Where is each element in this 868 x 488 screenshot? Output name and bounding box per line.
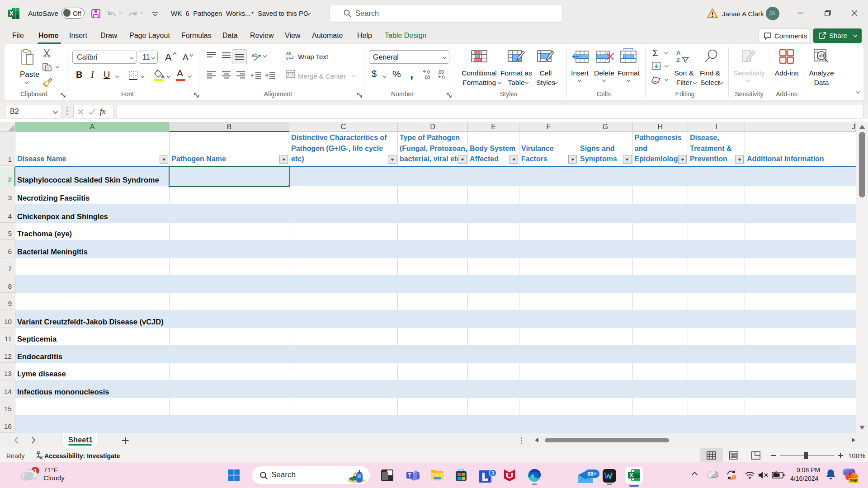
svg-text:X: X (629, 472, 633, 479)
svg-text:ab: ab (251, 52, 258, 58)
svg-text:A: A (676, 49, 681, 56)
svg-text:.00: .00 (424, 75, 430, 80)
svg-text:0: 0 (427, 70, 430, 75)
svg-text:c: c (286, 56, 288, 61)
svg-text:.00: .00 (438, 70, 444, 75)
svg-text:0: 0 (442, 75, 445, 80)
svg-text:PRE: PRE (849, 479, 858, 483)
svg-text:99+: 99+ (587, 471, 596, 477)
svg-text:Z: Z (676, 56, 680, 63)
svg-text:3: 3 (491, 470, 495, 477)
